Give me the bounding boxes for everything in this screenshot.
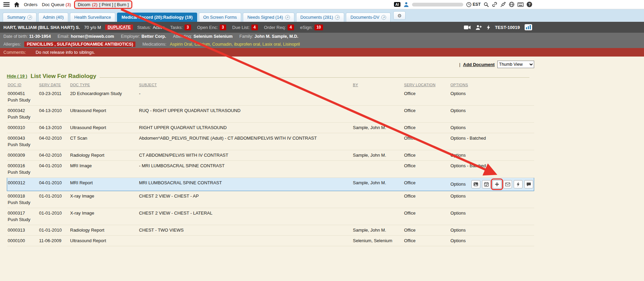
tab-summary[interactable]: Summary↗ bbox=[3, 13, 36, 22]
add-document-link[interactable]: Add Document bbox=[463, 62, 495, 67]
nav-orders[interactable]: Orders bbox=[24, 2, 38, 7]
flowsheet-chart-button[interactable] bbox=[525, 24, 532, 30]
column-header-subject[interactable]: SUBJECT bbox=[138, 82, 352, 89]
tab-needs-signed[interactable]: Needs Signed (14)↗ bbox=[243, 13, 294, 22]
settings-gear-button[interactable]: ⚙ bbox=[393, 11, 406, 20]
hide-list-link[interactable]: Hide ( 19 ) bbox=[7, 74, 27, 79]
counter-badge[interactable]: 3 bbox=[220, 25, 226, 30]
medication-link[interactable]: Coumadin bbox=[212, 42, 232, 47]
duplicate-flag[interactable]: DUPLICATE bbox=[105, 25, 133, 30]
options-link[interactable]: Options bbox=[451, 182, 466, 187]
external-link-icon[interactable]: ↗ bbox=[27, 15, 32, 20]
comment-icon-button[interactable] bbox=[524, 180, 533, 188]
document-row[interactable]: 000010011-06-2009Ultrasound ReportSeleni… bbox=[7, 236, 534, 246]
doc-id[interactable]: 0000313 bbox=[8, 228, 38, 233]
envelope-icon-button[interactable] bbox=[503, 180, 512, 188]
ai-badge[interactable]: AI bbox=[394, 2, 400, 7]
external-link-icon[interactable]: ↗ bbox=[381, 15, 386, 20]
column-header-doc-id[interactable]: DOC ID bbox=[7, 82, 39, 89]
external-link-icon[interactable]: ↗ bbox=[335, 15, 340, 20]
medication-link[interactable]: Calcium bbox=[194, 42, 210, 47]
view-mode-select[interactable]: Thumb View bbox=[497, 61, 534, 68]
document-row[interactable]: 0000343Push Study04-02-2010CT ScanAbdome… bbox=[7, 133, 534, 150]
globe-icon[interactable] bbox=[509, 2, 514, 7]
options-link[interactable]: Options bbox=[451, 91, 466, 96]
options-link[interactable]: Options - Batched bbox=[451, 163, 486, 169]
push-study-link[interactable]: Push Study bbox=[8, 200, 38, 205]
options-link[interactable]: Options bbox=[451, 125, 466, 130]
document-row[interactable]: 000031301-01-2010Radiology ReportCHEST -… bbox=[7, 225, 534, 236]
doc-id[interactable]: 0000343 bbox=[8, 136, 38, 141]
options-link[interactable]: Options bbox=[451, 193, 466, 199]
push-study-link[interactable]: Push Study bbox=[8, 114, 38, 120]
tab-documents-dv[interactable]: Documents-DV↗ bbox=[346, 13, 391, 22]
document-row[interactable]: 0000451Push Study03-23-20112D Echocardio… bbox=[7, 89, 534, 106]
medication-link[interactable]: Aspirin Oral bbox=[170, 42, 192, 47]
search-icon[interactable] bbox=[484, 2, 489, 7]
plus-icon-button[interactable] bbox=[493, 180, 501, 188]
doc-id[interactable]: 0000309 bbox=[8, 153, 38, 158]
home-icon[interactable] bbox=[14, 2, 19, 7]
allergies-alert[interactable]: PENICILLINS , SULFA(SULFONAMIDE ANTIBIOT… bbox=[24, 42, 135, 47]
document-row[interactable]: 000031004-13-2010Ultrasound ReportRIGHT … bbox=[7, 123, 534, 133]
column-header-doc-type[interactable]: DOC TYPE bbox=[70, 82, 138, 89]
column-header-by[interactable]: BY bbox=[352, 82, 404, 89]
user-icon[interactable] bbox=[404, 2, 409, 7]
keyboard-icon[interactable] bbox=[517, 2, 524, 7]
doc-id[interactable]: 0000312 bbox=[8, 180, 38, 186]
push-study-link[interactable]: Push Study bbox=[8, 170, 38, 175]
dicom-print-burn-links[interactable]: [ Print ] [ Burn ] bbox=[99, 2, 129, 7]
tab-on-screen-forms[interactable]: On Screen Forms bbox=[199, 13, 241, 22]
doc-id[interactable]: 0000310 bbox=[8, 125, 38, 130]
tab-health-surveillance[interactable]: Health Surveillance bbox=[70, 13, 116, 22]
add-person-icon[interactable] bbox=[475, 25, 482, 30]
counter-badge[interactable]: 4 bbox=[288, 25, 294, 30]
tab-medical-record[interactable]: Medical Record (20):Radiology (19) bbox=[117, 13, 197, 22]
tab-admin[interactable]: Admin (40) bbox=[38, 13, 68, 22]
lightning-icon-button[interactable] bbox=[514, 180, 523, 188]
help-icon[interactable]: ? bbox=[527, 2, 532, 7]
options-link[interactable]: Options bbox=[451, 210, 466, 216]
doc-id[interactable]: 0000451 bbox=[8, 91, 38, 96]
counter-badge[interactable]: 4 bbox=[251, 25, 258, 30]
doc-id[interactable]: 0000342 bbox=[8, 108, 38, 113]
options-link[interactable]: Options bbox=[451, 153, 466, 158]
push-study-link[interactable]: Push Study bbox=[8, 142, 38, 147]
push-study-link[interactable]: Push Study bbox=[8, 97, 38, 103]
doc-id[interactable]: 0000318 bbox=[8, 193, 38, 199]
document-row[interactable]: 0000316Push Study04-01-2010MRI Image- MR… bbox=[7, 161, 534, 178]
timezone-clock-button[interactable]: EST bbox=[466, 2, 481, 7]
link-icon[interactable] bbox=[492, 2, 497, 7]
options-link[interactable]: Options - Batched bbox=[451, 136, 486, 141]
nav-doc-queue[interactable]: Doc Queue (3) bbox=[42, 2, 71, 7]
document-row[interactable]: 000030904-02-2010Radiology ReportCT ABDO… bbox=[7, 150, 534, 161]
video-camera-icon[interactable] bbox=[464, 25, 471, 30]
document-row[interactable]: 0000317Push Study01-01-2010X-ray ImageCH… bbox=[7, 208, 534, 225]
image-icon-button[interactable] bbox=[471, 180, 480, 188]
options-link[interactable]: Options bbox=[451, 228, 466, 233]
quick-action-bolt-icon[interactable] bbox=[487, 25, 490, 30]
options-link[interactable]: Options bbox=[451, 108, 466, 113]
options-link[interactable]: Options bbox=[451, 238, 466, 244]
column-header-serv-date[interactable]: SERV DATE bbox=[39, 82, 70, 89]
counter-badge[interactable]: 3 bbox=[185, 25, 191, 30]
column-header-options[interactable]: OPTIONS bbox=[450, 82, 534, 89]
doc-id[interactable]: 0000100 bbox=[8, 238, 38, 244]
document-row[interactable]: 000031204-01-2010MRI ReportMRI LUMBOSACR… bbox=[7, 178, 534, 191]
medication-link[interactable]: Lasix oral bbox=[262, 42, 281, 47]
medication-link[interactable]: ibuprofen oral bbox=[234, 42, 260, 47]
document-row[interactable]: 0000342Push Study04-13-2010Ultrasound Re… bbox=[7, 106, 534, 123]
doc-id[interactable]: 0000317 bbox=[8, 210, 38, 216]
document-row[interactable]: 0000318Push Study01-01-2010X-ray ImageCH… bbox=[7, 191, 534, 208]
hamburger-menu-icon[interactable] bbox=[3, 2, 10, 7]
external-link-icon[interactable]: ↗ bbox=[285, 15, 290, 20]
quick-search-bar[interactable] bbox=[412, 3, 463, 6]
counter-badge[interactable]: 10 bbox=[314, 25, 323, 30]
medication-link[interactable]: Lisinopril bbox=[283, 42, 300, 47]
doc-id[interactable]: 0000316 bbox=[8, 163, 38, 169]
column-header-serv-location[interactable]: SERV LOCATION bbox=[404, 82, 450, 89]
calendar-check-icon-button[interactable] bbox=[482, 180, 491, 188]
injection-icon[interactable] bbox=[500, 2, 506, 7]
push-study-link[interactable]: Push Study bbox=[8, 217, 38, 222]
tab-documents[interactable]: Documents (281)↗ bbox=[296, 13, 345, 22]
